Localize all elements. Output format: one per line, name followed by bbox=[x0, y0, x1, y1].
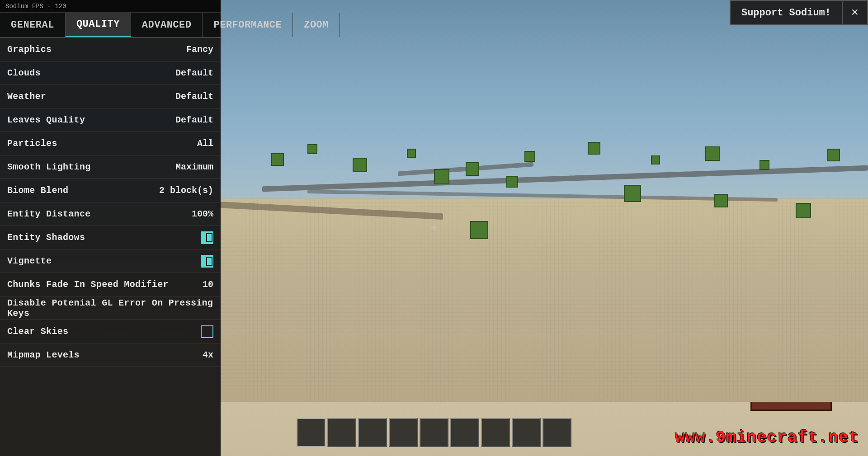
support-sodium-button[interactable]: Support Sodium! bbox=[730, 0, 843, 25]
terrain-block-7 bbox=[651, 155, 660, 165]
settings-item-clear-skies[interactable]: Clear Skies bbox=[0, 320, 221, 343]
settings-item-chunks-fade[interactable]: Chunks Fade In Speed Modifier 10 bbox=[0, 273, 221, 296]
hotbar-slot-6[interactable] bbox=[481, 418, 510, 447]
ground bbox=[217, 198, 868, 402]
terrain-block-16 bbox=[470, 221, 488, 239]
settings-label-entity-distance: Entity Distance bbox=[7, 209, 91, 219]
terrain-block-15 bbox=[796, 203, 811, 218]
hotbar-slot-3[interactable] bbox=[389, 418, 418, 447]
terrain-block-3 bbox=[407, 149, 416, 158]
tab-advanced[interactable]: Advanced bbox=[131, 13, 203, 37]
settings-value-clouds: Default bbox=[175, 68, 213, 78]
settings-item-weather[interactable]: Weather Default bbox=[0, 85, 221, 108]
title-bar: Sodium FPS - 120 bbox=[0, 0, 221, 13]
settings-label-weather: Weather bbox=[7, 91, 46, 102]
settings-label-smooth-lighting: Smooth Lighting bbox=[7, 162, 91, 172]
terrain-block-2 bbox=[353, 158, 367, 172]
settings-item-biome-blend[interactable]: Biome Blend 2 block(s) bbox=[0, 179, 221, 202]
checkbox-inner-entity-shadows bbox=[202, 234, 206, 241]
terrain-block-11 bbox=[434, 169, 449, 184]
settings-label-disable-gl-error: Disable Potenial GL Error On Pressing Ke… bbox=[7, 298, 213, 319]
terrain-block-4 bbox=[466, 162, 479, 176]
hotbar-slot-5[interactable] bbox=[450, 418, 479, 447]
hotbar-slot-7[interactable] bbox=[512, 418, 541, 447]
settings-item-vignette[interactable]: Vignette bbox=[0, 249, 221, 273]
settings-value-leaves-quality: Default bbox=[175, 115, 213, 125]
settings-item-clouds[interactable]: Clouds Default bbox=[0, 61, 221, 85]
settings-label-chunks-fade: Chunks Fade In Speed Modifier bbox=[7, 279, 169, 290]
checkbox-vignette[interactable] bbox=[201, 255, 213, 268]
terrain-block-1 bbox=[307, 144, 317, 154]
hotbar-slot-4[interactable] bbox=[420, 418, 448, 447]
settings-value-graphics: Fancy bbox=[186, 44, 213, 55]
settings-item-graphics[interactable]: Graphics Fancy bbox=[0, 38, 221, 61]
settings-label-entity-shadows: Entity Shadows bbox=[7, 232, 85, 243]
hotbar-slot-1[interactable] bbox=[327, 418, 356, 447]
tab-quality[interactable]: Quality bbox=[66, 13, 131, 37]
terrain-block-13 bbox=[624, 185, 641, 202]
tab-general[interactable]: General bbox=[0, 13, 66, 37]
settings-value-chunks-fade: 10 bbox=[203, 279, 213, 290]
settings-item-smooth-lighting[interactable]: Smooth Lighting Maximum bbox=[0, 155, 221, 179]
settings-label-mipmap-levels: Mipmap Levels bbox=[7, 350, 80, 360]
settings-value-entity-distance: 100% bbox=[192, 209, 213, 219]
checkbox-clear-skies[interactable] bbox=[201, 325, 213, 338]
settings-item-entity-shadows[interactable]: Entity Shadows bbox=[0, 226, 221, 249]
checkbox-inner-vignette bbox=[202, 258, 206, 265]
hotbar-slot-0[interactable] bbox=[297, 418, 326, 447]
settings-label-leaves-quality: Leaves Quality bbox=[7, 115, 85, 125]
terrain-block-10 bbox=[827, 149, 840, 161]
settings-label-clouds: Clouds bbox=[7, 68, 41, 78]
tab-performance[interactable]: Performance bbox=[203, 13, 293, 37]
terrain-block-6 bbox=[588, 142, 600, 155]
settings-value-particles: All bbox=[197, 138, 213, 149]
title-bar-text: Sodium FPS - 120 bbox=[5, 3, 66, 10]
settings-value-weather: Default bbox=[175, 91, 213, 102]
hotbar-slot-8[interactable] bbox=[542, 418, 571, 447]
settings-label-biome-blend: Biome Blend bbox=[7, 185, 68, 196]
close-button[interactable]: × bbox=[843, 0, 868, 25]
top-right-controls: Support Sodium! × bbox=[730, 0, 868, 25]
terrain-block-12 bbox=[506, 176, 518, 188]
settings-value-biome-blend: 2 block(s) bbox=[159, 185, 213, 196]
settings-label-clear-skies: Clear Skies bbox=[7, 326, 68, 337]
hotbar bbox=[297, 418, 571, 447]
settings-item-disable-gl-error[interactable]: Disable Potenial GL Error On Pressing Ke… bbox=[0, 296, 221, 320]
checkbox-entity-shadows[interactable] bbox=[201, 231, 213, 244]
settings-panel: Sodium FPS - 120 General Quality Advance… bbox=[0, 0, 221, 456]
settings-item-entity-distance[interactable]: Entity Distance 100% bbox=[0, 202, 221, 226]
tab-zoom[interactable]: Zoom bbox=[293, 13, 340, 37]
settings-item-leaves-quality[interactable]: Leaves Quality Default bbox=[0, 108, 221, 132]
terrain-block-8 bbox=[705, 146, 720, 161]
settings-item-particles[interactable]: Particles All bbox=[0, 132, 221, 155]
settings-label-vignette: Vignette bbox=[7, 256, 52, 266]
terrain-block-14 bbox=[714, 194, 728, 207]
settings-label-graphics: Graphics bbox=[7, 44, 52, 55]
settings-list: Graphics Fancy Clouds Default Weather De… bbox=[0, 38, 221, 456]
terrain-block-0 bbox=[271, 153, 284, 166]
settings-item-mipmap-levels[interactable]: Mipmap Levels 4x bbox=[0, 343, 221, 367]
settings-value-smooth-lighting: Maximum bbox=[175, 162, 213, 172]
terrain-layer bbox=[217, 85, 868, 402]
hotbar-slot-2[interactable] bbox=[358, 418, 387, 447]
terrain-block-5 bbox=[524, 151, 535, 162]
tabs-row: General Quality Advanced Performance Zoo… bbox=[0, 13, 221, 38]
settings-value-mipmap-levels: 4x bbox=[203, 350, 213, 360]
settings-label-particles: Particles bbox=[7, 138, 57, 149]
terrain-block-9 bbox=[760, 160, 769, 170]
watermark: www.9minecraft.net bbox=[675, 428, 859, 447]
